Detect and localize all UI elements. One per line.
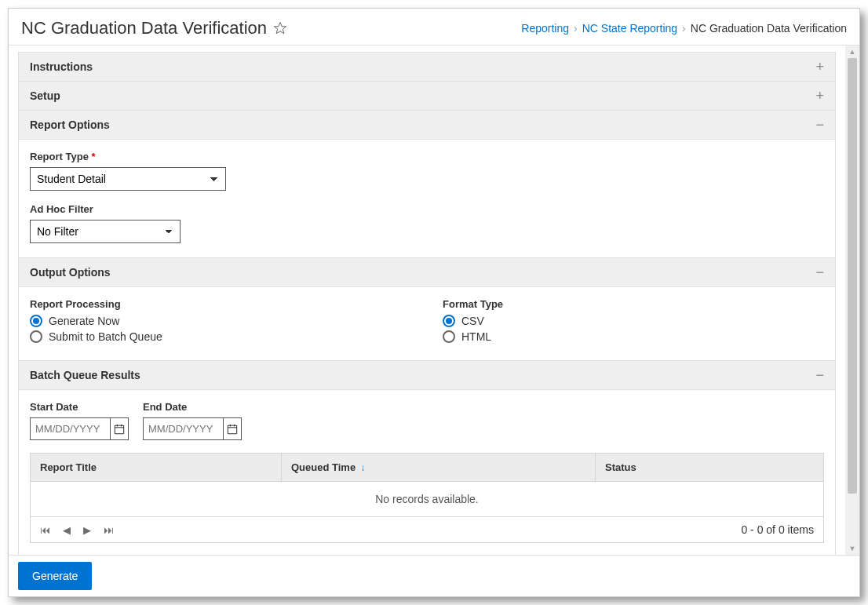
section-instructions-header[interactable]: Instructions + [18,52,836,82]
collapse-icon: − [815,265,824,279]
calendar-icon [114,424,125,435]
section-batch-queue-header[interactable]: Batch Queue Results − [18,361,836,390]
grid-col-status[interactable]: Status [596,454,823,481]
section-batch-queue-title: Batch Queue Results [30,369,140,381]
collapse-icon: − [815,118,824,132]
end-date-label: End Date [143,401,242,413]
start-date-calendar-button[interactable] [110,418,128,439]
section-setup-header[interactable]: Setup + [18,82,836,111]
adhoc-filter-select[interactable]: No Filter [30,220,181,243]
pager-last-button[interactable]: ⏭ [104,524,114,536]
section-instructions-title: Instructions [30,60,93,73]
grid-col-report-title[interactable]: Report Title [31,454,282,481]
favorite-star-icon[interactable] [273,21,287,35]
chevron-right-icon: › [574,22,578,35]
radio-generate-now[interactable]: Generate Now [30,315,411,327]
scrollbar-track [845,58,859,542]
page-title-text: NC Graduation Data Verification [21,18,267,38]
pager-prev-button[interactable]: ◀ [63,524,71,536]
adhoc-filter-label: Ad Hoc Filter [30,203,824,215]
calendar-icon [227,424,238,435]
section-setup-title: Setup [30,89,60,102]
end-date-calendar-button[interactable] [223,418,241,439]
radio-html[interactable]: HTML [443,330,824,343]
page-title: NC Graduation Data Verification [21,18,287,38]
pager-first-button[interactable]: ⏮ [40,524,50,536]
section-output-options-title: Output Options [30,266,111,279]
section-report-options-body: Report Type * Student Detail Ad Hoc Filt… [18,140,836,258]
grid-header-row: Report Title Queued Time ↓ Status [31,454,823,482]
expand-icon: + [815,60,824,74]
grid-footer: ⏮ ◀ ▶ ⏭ 0 - 0 of 0 items [31,517,823,542]
required-marker: * [92,151,96,162]
start-date-label: Start Date [30,401,129,413]
section-report-options-header[interactable]: Report Options − [18,111,836,140]
start-date-input[interactable] [31,418,110,439]
breadcrumb-current: NC Graduation Data Verification [691,22,847,35]
report-processing-label: Report Processing [30,298,411,310]
breadcrumb: Reporting › NC State Reporting › NC Grad… [521,22,847,35]
collapse-icon: − [815,368,824,382]
pager-next-button[interactable]: ▶ [83,524,91,536]
grid-empty-message: No records available. [31,482,823,517]
expand-icon: + [815,89,824,103]
end-date-input-wrapper [143,417,242,440]
scroll-up-icon: ▲ [845,46,859,58]
radio-icon [443,315,455,327]
section-report-options-title: Report Options [30,118,110,131]
radio-icon [30,315,42,327]
generate-button[interactable]: Generate [18,562,92,590]
sort-ascending-icon: ↓ [360,462,365,473]
report-type-select[interactable]: Student Detail [30,167,226,191]
report-type-label: Report Type * [30,151,824,162]
end-date-input[interactable] [144,418,223,439]
grid-col-queued-time[interactable]: Queued Time ↓ [282,454,596,481]
chevron-right-icon: › [682,22,686,35]
footer-bar: Generate [9,555,859,596]
breadcrumb-link-state-reporting[interactable]: NC State Reporting [582,22,677,35]
breadcrumb-link-reporting[interactable]: Reporting [521,22,569,35]
section-output-options-header[interactable]: Output Options − [18,258,836,287]
radio-icon [30,330,42,343]
batch-queue-grid: Report Title Queued Time ↓ Status No rec… [30,453,824,543]
scroll-down-icon: ▼ [845,542,859,555]
scrollbar-thumb[interactable] [848,58,857,494]
radio-csv[interactable]: CSV [443,315,824,327]
start-date-input-wrapper [30,417,129,440]
section-output-options-body: Report Processing Generate Now Submit to… [18,287,836,361]
grid-pager: ⏮ ◀ ▶ ⏭ [40,524,114,536]
radio-submit-batch[interactable]: Submit to Batch Queue [30,330,411,343]
svg-rect-5 [228,425,237,434]
svg-marker-0 [275,23,286,34]
svg-rect-1 [115,425,124,434]
vertical-scrollbar[interactable]: ▲ ▼ [845,46,859,555]
radio-icon [443,330,455,343]
grid-records-info: 0 - 0 of 0 items [741,523,814,536]
section-batch-queue-body: Start Date [18,390,836,555]
format-type-label: Format Type [443,298,824,310]
